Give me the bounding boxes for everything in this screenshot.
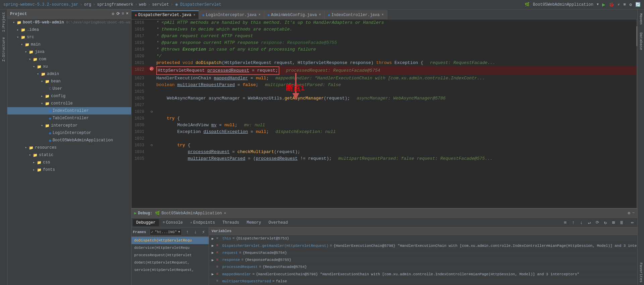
stop-button[interactable]: ■	[623, 2, 626, 7]
frame-item-doget[interactable]: doGet(HttpServletRequest,	[131, 259, 209, 266]
debug-toolbar-step-into[interactable]: ↻	[602, 219, 609, 226]
tree-item-resources[interactable]: ▾ 📁 resources	[7, 144, 131, 151]
tree-item-static[interactable]: ▾ 📁 static	[7, 151, 131, 159]
project-sync-icon[interactable]: ⟳	[116, 11, 120, 16]
tab-admin[interactable]: ◉ AdminWebConfig.java ×	[264, 10, 325, 19]
tab-index[interactable]: ◉ IndexController.java ×	[325, 10, 387, 19]
root-label: boot-05-web-admin	[23, 20, 64, 25]
tab-login[interactable]: ◉ LoginInterceptor.java ×	[199, 10, 264, 19]
coverage-button[interactable]: ⚡	[618, 2, 620, 7]
left-side-strip: 1:Project Z-Structure	[0, 9, 7, 285]
code-line-1029: 1029 try {	[131, 115, 637, 122]
tree-item-src[interactable]: ▾ 📁 src	[7, 33, 131, 41]
debug-tab-threads[interactable]: Threads	[219, 219, 243, 226]
tree-item-java[interactable]: ▾ 📁 java	[7, 48, 131, 56]
debug-tab-debugger[interactable]: Debugger	[133, 219, 159, 226]
tree-item-main[interactable]: ▾ 📁 main	[7, 41, 131, 48]
close-dispatcher-tab[interactable]: ×	[193, 13, 195, 17]
tree-item-bean[interactable]: ▾ 📁 bean	[7, 78, 131, 85]
code-line-1017: 1017 * @param request current HTTP reque…	[131, 33, 637, 40]
tree-item-controlle[interactable]: ▾ 📁 controlle	[7, 100, 131, 107]
close-index-tab[interactable]: ×	[382, 13, 384, 17]
frames-filter-dropdown[interactable]: ✓ "ht...ING" ▼	[150, 229, 182, 235]
debug-tab-overhead[interactable]: Overhead	[265, 219, 291, 226]
bc-web[interactable]: web	[139, 2, 147, 7]
var-row-multipart[interactable]: ▶ = multipartRequestParsed = false	[209, 278, 637, 285]
debug-tab-endpoints[interactable]: ⚡ Endpoints	[187, 219, 218, 226]
bc-org[interactable]: org	[84, 2, 91, 7]
project-title: Project	[10, 12, 112, 16]
frames-down-btn[interactable]: ↓	[192, 228, 199, 236]
tree-item-fonts[interactable]: ▸ 📁 fonts	[7, 166, 131, 173]
tree-item-tablecontroller[interactable]: ▸ ◉ TableController	[7, 115, 131, 122]
code-line-1026: 1026 WebAsyncManager asyncManager = WebA…	[131, 95, 637, 102]
update-button[interactable]: 🔄	[635, 2, 641, 7]
tree-item-logininterceptor[interactable]: ▸ ◉ LoginInterceptor	[7, 129, 131, 137]
run-button[interactable]: ▶	[602, 1, 605, 8]
more-run-button[interactable]: ⚙	[629, 2, 632, 7]
var-row-response[interactable]: ▶ = response = {ResponseFacade@5755}	[209, 257, 637, 264]
variables-header: Variables +	[209, 227, 637, 235]
project-panel-toggle[interactable]: 1:Project	[1, 11, 6, 33]
debug-settings-icon[interactable]: ⚙	[628, 211, 630, 216]
debug-toolbar-list[interactable]: ≣	[618, 219, 625, 226]
debug-toolbar-return[interactable]: ↵	[586, 219, 593, 226]
tree-item-boot05app[interactable]: ▸ ◉ Boot05WebAdminApplication	[7, 137, 131, 144]
tree-item-config[interactable]: ▸ 📁 config	[7, 92, 131, 100]
debug-close-icon[interactable]: −	[632, 211, 635, 216]
bc-class: ◉ DispatcherServlet	[175, 2, 222, 7]
var-row-request[interactable]: ▶ = request = {RequestFacade@5754}	[209, 250, 637, 257]
jar-label[interactable]: spring-webmvc-5.3.2-sources.jar	[3, 2, 78, 7]
variables-panel: Variables + ▶ = this = {DispatcherServle…	[209, 227, 637, 285]
close-debug-tab[interactable]: ×	[224, 211, 226, 215]
bc-servlet[interactable]: servlet	[152, 2, 169, 7]
tab-dispatcher[interactable]: ◉ DispatcherServlet.java ×	[131, 10, 199, 19]
right-side-strip: Maven Database Favorites	[637, 9, 644, 285]
editor-area: ◉ DispatcherServlet.java × ◉ LoginInterc…	[131, 9, 637, 285]
project-close-icon[interactable]: ×	[126, 11, 128, 16]
maven-panel-toggle[interactable]: Maven	[638, 11, 644, 27]
tree-item-root[interactable]: ▾ 📁 boot-05-web-admin D:\Java\springBoot…	[7, 19, 131, 26]
close-login-tab[interactable]: ×	[259, 13, 261, 17]
frames-filter-btn[interactable]: ⚡	[200, 228, 207, 236]
debug-button[interactable]: 🐞	[609, 2, 614, 7]
bc-springframework[interactable]: springframework	[97, 2, 133, 7]
favorites-panel-toggle[interactable]: Favorites	[638, 260, 644, 285]
close-admin-tab[interactable]: ×	[319, 13, 321, 17]
tree-item-admin[interactable]: ▾ 📁 admin	[7, 70, 131, 78]
var-row-gethandler[interactable]: ▶ = DispatcherServlet.getHandler(HttpSer…	[209, 242, 637, 249]
code-editor[interactable]: 1016 * <pAll HTTP methods are handled by…	[131, 19, 637, 208]
debug-tab-memory[interactable]: Memory	[243, 219, 264, 226]
frame-item-dodispatch[interactable]: doDispatch(HttpServletRequ	[131, 237, 209, 244]
debug-toolbar-down[interactable]: ↓	[578, 219, 585, 226]
tree-item-user[interactable]: ▸ C User	[7, 85, 131, 92]
debug-toolbar-grid[interactable]: ⊞	[610, 219, 617, 226]
tree-item-interceptor[interactable]: ▾ 📁 interceptor	[7, 122, 131, 129]
database-panel-toggle[interactable]: Database	[638, 30, 644, 53]
tree-item-xu[interactable]: ▾ 📁 xu	[7, 63, 131, 70]
tree-item-indexcontroller[interactable]: ▸ ◉ IndexController	[7, 107, 131, 115]
tree-item-idea[interactable]: ▸ 📁 .idea	[7, 26, 131, 33]
frame-item-doservice[interactable]: doService(HttpServletRequ	[131, 244, 209, 252]
code-line-1021: 1021 protected void doDispatch(HttpServl…	[131, 60, 637, 66]
var-row-this[interactable]: ▶ = this = {DispatcherServlet@5753}	[209, 235, 637, 242]
debug-app-name[interactable]: Boot05WebAdminApplication	[161, 211, 222, 216]
var-row-processedrequest[interactable]: ▶ = processedRequest = {RequestFacade@57…	[209, 264, 637, 271]
debug-toolbar-up[interactable]: ↑	[570, 219, 577, 226]
frame-item-processrequest[interactable]: processRequest(HttpServlet	[131, 252, 209, 259]
debug-toolbar-step-over[interactable]: ⟳	[594, 219, 601, 226]
var-row-mappedhandler[interactable]: ▶ = mappedHandler = {HandlerExecutionCha…	[209, 271, 637, 278]
structure-panel-toggle[interactable]: Z-Structure	[1, 36, 6, 63]
frames-up-btn[interactable]: ↑	[184, 228, 191, 236]
dropdown-arrow[interactable]: ▼	[597, 3, 599, 6]
editor-scrollbar[interactable]	[636, 19, 637, 208]
tree-item-com[interactable]: ▾ 📁 com	[7, 56, 131, 63]
debug-toolbar-expand[interactable]: ⇔	[629, 219, 636, 226]
debug-toolbar-menu[interactable]: ≡	[561, 219, 569, 226]
run-config-label[interactable]: Boot05WebAdminApplication	[533, 2, 593, 7]
project-settings-icon[interactable]: ⚙	[112, 11, 114, 16]
frame-item-service[interactable]: service(HttpServletRequest,	[131, 266, 209, 274]
tree-item-css[interactable]: ▸ 📁 css	[7, 159, 131, 166]
debug-tab-console[interactable]: ≡ Console	[160, 219, 186, 226]
project-gear-icon[interactable]: ≡	[122, 11, 124, 16]
